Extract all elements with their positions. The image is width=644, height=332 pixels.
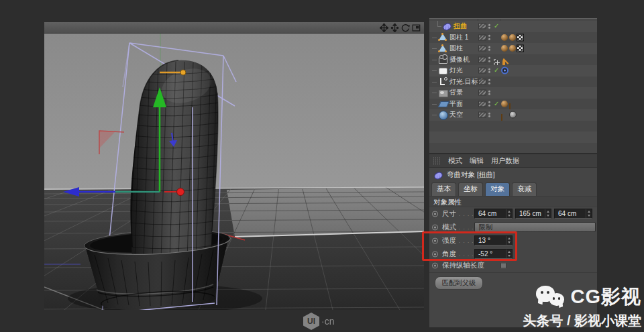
object-label[interactable]: 天空 xyxy=(449,110,463,119)
size-x-field[interactable]: 64 cm xyxy=(474,209,513,219)
spinner-arrows-icon[interactable] xyxy=(506,209,512,218)
menu-user-data[interactable]: 用户数据 xyxy=(491,156,519,166)
object-row-cylinder-1[interactable]: 圆柱 1 xyxy=(429,32,597,44)
empty-row xyxy=(429,143,597,154)
layer-swatch-icon[interactable] xyxy=(478,90,486,96)
mode-dropdown[interactable]: 限制 xyxy=(474,222,596,232)
object-row-sky[interactable]: 天空 xyxy=(429,109,597,121)
keyframe-radio-icon[interactable] xyxy=(432,238,438,244)
camera-icon xyxy=(438,55,447,64)
tab-object[interactable]: 对象 xyxy=(485,182,510,196)
bend-strength-handle-dot[interactable] xyxy=(180,70,186,75)
brand-subtitle: 头条号 / 影视小课堂 xyxy=(507,312,641,330)
bend-icon xyxy=(442,22,451,31)
size-y-field[interactable]: 165 cm xyxy=(515,209,551,219)
cylinder-icon xyxy=(438,44,447,53)
object-row-cylinder[interactable]: 圆柱 xyxy=(429,43,597,54)
visibility-dots-icon[interactable] xyxy=(488,78,490,86)
layer-swatch-icon[interactable] xyxy=(478,68,486,74)
visibility-dots-icon[interactable] xyxy=(488,34,490,42)
section-object-properties[interactable]: 对象属性 xyxy=(429,197,597,207)
brand-watermark: CG影视 头条号 / 影视小课堂 xyxy=(507,284,641,330)
checker-texture-icon[interactable] xyxy=(517,34,524,41)
keep-length-checkbox[interactable] xyxy=(500,263,506,269)
object-row-bend[interactable]: 扭曲 ✓ xyxy=(429,21,597,32)
visibility-dots-icon[interactable] xyxy=(488,89,490,97)
wechat-icon xyxy=(535,286,566,309)
enabled-check-icon[interactable]: ✓ xyxy=(494,67,499,74)
toggle-view-icon[interactable] xyxy=(412,23,421,32)
rotate-icon[interactable] xyxy=(401,23,410,32)
strength-field[interactable]: 13 ° xyxy=(474,235,513,245)
plane-icon xyxy=(438,99,447,108)
layer-swatch-icon[interactable] xyxy=(478,46,486,52)
object-label[interactable]: 平面 xyxy=(449,99,463,109)
bend-icon xyxy=(433,171,443,180)
viewport-3d-view[interactable] xyxy=(44,34,424,310)
menu-mode[interactable]: 模式 xyxy=(448,156,462,166)
leader-dots: . . . . . . . . . xyxy=(459,225,474,231)
attribute-tabs: 基本 坐标 对象 衰减 xyxy=(429,182,597,197)
layer-swatch-icon[interactable] xyxy=(478,78,486,85)
spinner-arrows-icon[interactable] xyxy=(545,209,551,218)
tab-coordinates[interactable]: 坐标 xyxy=(458,182,483,196)
object-row-plane[interactable]: 平面 ✓ xyxy=(429,99,597,110)
keyframe-radio-icon[interactable] xyxy=(432,252,438,258)
object-row-light[interactable]: 灯光 ✓ xyxy=(429,65,597,76)
material-tag-icon[interactable] xyxy=(509,45,516,52)
object-label[interactable]: 圆柱 1 xyxy=(449,33,468,42)
layer-swatch-icon[interactable] xyxy=(478,101,486,107)
spinner-arrows-icon[interactable] xyxy=(506,236,512,245)
enabled-check-icon[interactable]: ✓ xyxy=(494,101,499,107)
tab-basic[interactable]: 基本 xyxy=(431,182,456,196)
object-label[interactable]: 背景 xyxy=(449,88,463,97)
spinner-arrows-icon[interactable] xyxy=(586,209,592,218)
brand-title: CG影视 xyxy=(571,284,642,311)
panel-grip-icon[interactable] xyxy=(433,157,441,164)
material-tag-icon[interactable] xyxy=(501,101,508,107)
layer-swatch-icon[interactable] xyxy=(478,112,486,118)
visibility-dots-icon[interactable] xyxy=(488,67,490,74)
visibility-dots-icon[interactable] xyxy=(488,45,490,52)
target-tag-icon[interactable] xyxy=(501,67,508,74)
dolly-icon[interactable] xyxy=(390,23,399,32)
material-tag-icon[interactable] xyxy=(501,34,508,41)
keyframe-radio-icon[interactable] xyxy=(432,263,438,269)
visibility-dots-icon[interactable] xyxy=(488,23,490,30)
angle-field[interactable]: -52 ° xyxy=(474,249,513,259)
attribute-menu-bar: 模式 编辑 用户数据 xyxy=(429,154,597,168)
spinner-arrows-icon[interactable] xyxy=(506,250,512,258)
object-label[interactable]: 摄像机 xyxy=(449,55,470,64)
visibility-dots-icon[interactable] xyxy=(488,111,490,119)
c4d-application: 扭曲 ✓ 圆柱 1 xyxy=(0,0,644,332)
x-axis-handle[interactable] xyxy=(177,188,184,196)
environment-tag-icon[interactable] xyxy=(509,111,517,119)
material-tag-icon[interactable] xyxy=(501,45,508,52)
object-row-camera[interactable]: 摄像机 xyxy=(429,54,597,66)
keep-length-label: 保持纵轴长度 xyxy=(442,261,484,270)
pan-icon[interactable] xyxy=(380,23,388,32)
visibility-dots-icon[interactable] xyxy=(488,101,490,108)
visibility-dots-icon[interactable] xyxy=(488,56,490,64)
object-label[interactable]: 扭曲 xyxy=(453,21,467,31)
object-row-background[interactable]: 背景 xyxy=(429,87,597,99)
material-tag-icon[interactable] xyxy=(509,34,516,41)
keyframe-radio-icon[interactable] xyxy=(432,225,438,231)
mode-label: 模式 xyxy=(442,223,456,232)
tab-falloff[interactable]: 衰减 xyxy=(512,182,537,196)
object-label[interactable]: 灯光 xyxy=(449,66,463,75)
object-row-light-target[interactable]: 灯光.目标.1 xyxy=(429,76,597,88)
object-label[interactable]: 圆柱 xyxy=(449,44,463,53)
size-label: 尺寸 xyxy=(442,209,456,219)
enabled-check-icon[interactable]: ✓ xyxy=(494,23,499,30)
layer-swatch-icon[interactable] xyxy=(478,23,486,30)
layer-swatch-icon[interactable] xyxy=(478,34,486,40)
keyframe-radio-icon[interactable] xyxy=(432,211,438,217)
row-keep-length: 保持纵轴长度 xyxy=(429,261,597,270)
size-z-field[interactable]: 64 cm xyxy=(554,209,592,219)
checker-texture-icon[interactable] xyxy=(517,45,524,52)
fit-to-parent-button[interactable]: 匹配到父级 xyxy=(435,276,483,290)
menu-edit[interactable]: 编辑 xyxy=(470,156,484,166)
layer-swatch-icon[interactable] xyxy=(478,56,486,62)
back-wall xyxy=(44,34,424,190)
